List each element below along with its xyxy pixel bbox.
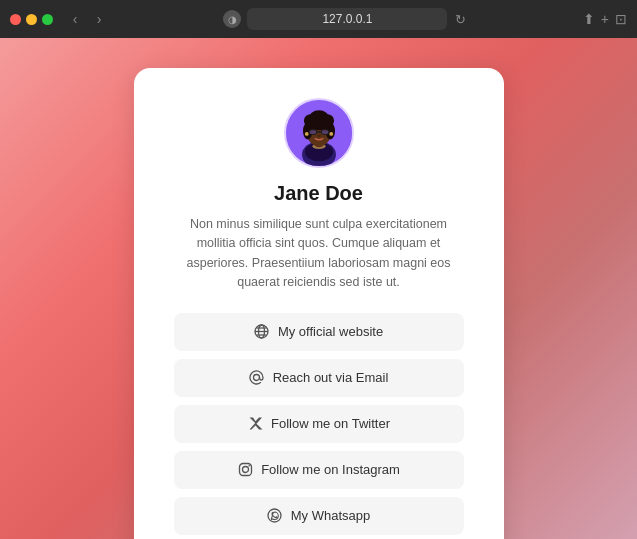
svg-point-28	[248, 465, 250, 467]
close-button[interactable]	[10, 14, 21, 25]
svg-point-27	[242, 467, 248, 473]
minimize-button[interactable]	[26, 14, 37, 25]
twitter-icon	[247, 416, 263, 432]
profile-name: Jane Doe	[274, 182, 363, 205]
reload-button[interactable]: ↻	[453, 10, 468, 29]
link-email[interactable]: Reach out via Email	[174, 359, 464, 397]
new-tab-icon[interactable]: +	[601, 11, 609, 27]
forward-button[interactable]: ›	[89, 9, 109, 29]
page-content: Jane Doe Non minus similique sunt culpa …	[0, 38, 637, 539]
browser-actions: ⬆ + ⊡	[583, 11, 627, 27]
link-twitter-label: Follow me on Twitter	[271, 416, 390, 431]
profile-bio: Non minus similique sunt culpa exercitat…	[174, 215, 464, 293]
whatsapp-icon	[267, 508, 283, 524]
nav-buttons: ‹ ›	[65, 9, 109, 29]
link-instagram-label: Follow me on Instagram	[261, 462, 400, 477]
link-twitter[interactable]: Follow me on Twitter	[174, 405, 464, 443]
links-list: My official website Reach out via Email	[174, 313, 464, 535]
theme-icon: ◑	[223, 10, 241, 28]
profile-card: Jane Doe Non minus similique sunt culpa …	[134, 68, 504, 539]
address-bar-container: ◑ 127.0.0.1 ↻	[117, 8, 575, 30]
svg-rect-16	[321, 130, 328, 134]
link-website-label: My official website	[278, 324, 383, 339]
traffic-lights	[10, 14, 53, 25]
address-bar[interactable]: 127.0.0.1	[247, 8, 447, 30]
link-whatsapp-label: My Whatsapp	[291, 508, 370, 523]
instagram-icon	[237, 462, 253, 478]
link-whatsapp[interactable]: My Whatsapp	[174, 497, 464, 535]
back-button[interactable]: ‹	[65, 9, 85, 29]
link-email-label: Reach out via Email	[273, 370, 389, 385]
browser-chrome: ‹ › ◑ 127.0.0.1 ↻ ⬆ + ⊡	[0, 0, 637, 38]
svg-rect-15	[309, 130, 316, 134]
svg-point-25	[254, 375, 260, 381]
svg-point-10	[303, 114, 316, 127]
maximize-button[interactable]	[42, 14, 53, 25]
avatar	[284, 98, 354, 168]
share-browser-icon[interactable]: ⬆	[583, 11, 595, 27]
svg-point-18	[304, 132, 308, 136]
svg-point-19	[329, 132, 333, 136]
link-instagram[interactable]: Follow me on Instagram	[174, 451, 464, 489]
at-icon	[249, 370, 265, 386]
globe-icon	[254, 324, 270, 340]
link-website[interactable]: My official website	[174, 313, 464, 351]
svg-point-17	[317, 134, 321, 137]
svg-point-11	[320, 114, 333, 127]
tab-grid-icon[interactable]: ⊡	[615, 11, 627, 27]
